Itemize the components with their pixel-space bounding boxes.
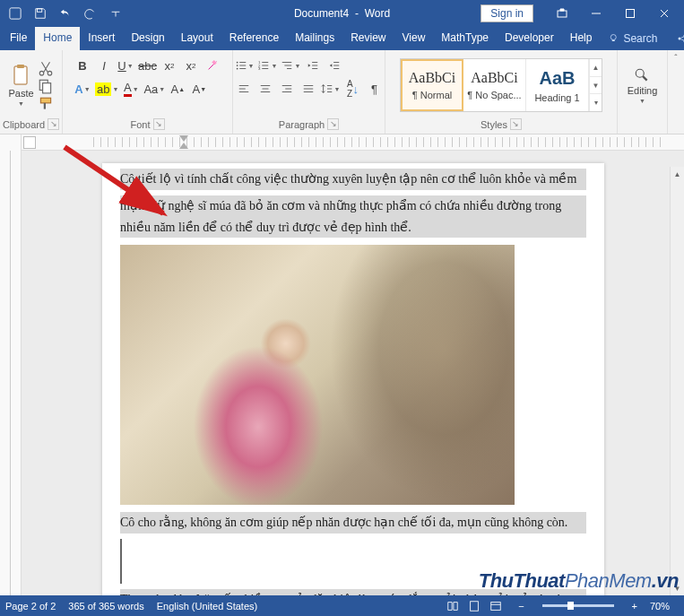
collapse-ribbon-button[interactable]: ˆ: [674, 54, 677, 64]
tab-selector[interactable]: [23, 136, 36, 149]
tab-mathtype[interactable]: MathType: [433, 27, 497, 50]
underline-button[interactable]: U▼: [116, 56, 135, 75]
print-layout-button[interactable]: [464, 598, 484, 614]
shrink-font-button[interactable]: A▼: [189, 79, 209, 99]
save-button[interactable]: [29, 2, 52, 25]
share-button[interactable]: Share: [666, 27, 684, 50]
tab-references[interactable]: Reference: [221, 27, 287, 50]
svg-rect-16: [42, 83, 50, 93]
superscript-button[interactable]: x2: [181, 56, 201, 75]
clear-formatting-button[interactable]: [203, 56, 222, 75]
numbering-button[interactable]: 123▼: [256, 56, 278, 75]
zoom-in-button[interactable]: +: [632, 601, 637, 612]
align-center-button[interactable]: [255, 79, 275, 99]
styles-label: Styles: [481, 119, 507, 130]
tell-me-search[interactable]: Search: [600, 27, 666, 50]
autosave-toggle[interactable]: [4, 2, 27, 25]
align-left-button[interactable]: [234, 79, 254, 99]
group-editing: Editing ▼: [618, 50, 668, 134]
quick-access-toolbar: [4, 2, 127, 25]
styles-launcher[interactable]: ↘: [510, 118, 522, 130]
document-image[interactable]: [120, 245, 515, 505]
font-color-button[interactable]: A▼: [121, 79, 141, 99]
doc-paragraph[interactable]: Cô tiết lộ vì tính chất công việc thường…: [120, 169, 586, 190]
svg-text:3: 3: [258, 66, 261, 71]
language-status[interactable]: English (United States): [157, 601, 258, 612]
line-spacing-button[interactable]: ▼: [320, 79, 342, 99]
strikethrough-button[interactable]: abc: [137, 56, 158, 75]
copy-button[interactable]: [38, 78, 54, 92]
subscript-button[interactable]: x2: [160, 56, 179, 75]
tab-home[interactable]: Home: [35, 27, 80, 50]
multilevel-list-button[interactable]: ▼: [280, 56, 301, 75]
first-line-indent-marker[interactable]: [179, 135, 188, 142]
style-no-spacing[interactable]: AaBbCi ¶ No Spac...: [463, 59, 526, 111]
tab-developer[interactable]: Developer: [497, 27, 562, 50]
doc-paragraph[interactable]: mại. Nữ nghệ sĩ múa đã bỏ ăn cơm và nhữn…: [120, 195, 586, 239]
document-page[interactable]: Cô tiết lộ vì tính chất công việc thường…: [102, 163, 604, 595]
ribbon-display-options[interactable]: [546, 0, 578, 27]
document-scroll-pane[interactable]: Cô tiết lộ vì tính chất công việc thường…: [22, 151, 684, 595]
tab-layout[interactable]: Layout: [173, 27, 221, 50]
grow-font-button[interactable]: A▲: [168, 79, 187, 99]
tab-view[interactable]: View: [394, 27, 434, 50]
watermark: ThuThuatPhanMem.vn: [479, 569, 679, 593]
vertical-ruler[interactable]: [0, 134, 22, 595]
editing-button[interactable]: Editing ▼: [628, 67, 658, 104]
group-clipboard: Paste▼ Clipboard↘: [0, 50, 63, 134]
maximize-button[interactable]: [614, 0, 646, 27]
zoom-slider[interactable]: [542, 604, 614, 607]
align-right-button[interactable]: [277, 79, 297, 99]
close-button[interactable]: [648, 0, 680, 27]
vertical-scrollbar[interactable]: ▲ ▼: [670, 167, 684, 595]
styles-gallery[interactable]: AaBbCi ¶ Normal AaBbCi ¶ No Spac... AaB …: [400, 58, 602, 112]
zoom-level[interactable]: 70%: [650, 601, 679, 612]
sort-button[interactable]: AZ↓: [342, 79, 362, 99]
tab-help[interactable]: Help: [562, 27, 601, 50]
web-layout-button[interactable]: [486, 598, 506, 614]
tab-review[interactable]: Review: [342, 27, 394, 50]
redo-button[interactable]: [79, 2, 102, 25]
text-effects-button[interactable]: A▼: [73, 79, 92, 99]
increase-indent-button[interactable]: [325, 56, 344, 75]
qat-customize[interactable]: [104, 2, 127, 25]
doc-paragraph[interactable]: Cô cho rằng, không ăn cơm giúp nếp nhăn …: [120, 512, 586, 534]
zoom-out-button[interactable]: −: [518, 601, 524, 612]
scroll-up-button[interactable]: ▲: [671, 167, 684, 181]
gallery-more[interactable]: ▾: [590, 94, 602, 111]
style-normal[interactable]: AaBbCi ¶ Normal: [401, 59, 463, 111]
style-heading-1[interactable]: AaB Heading 1: [526, 59, 589, 111]
svg-rect-18: [212, 60, 217, 65]
paragraph-launcher[interactable]: ↘: [327, 118, 339, 130]
paste-button[interactable]: Paste▼: [8, 65, 33, 107]
minimize-button[interactable]: [580, 0, 612, 27]
show-marks-button[interactable]: ¶: [364, 79, 384, 99]
tab-mailings[interactable]: Mailings: [287, 27, 342, 50]
italic-button[interactable]: I: [94, 56, 114, 75]
gallery-down[interactable]: ▼: [590, 77, 602, 95]
find-icon: [634, 67, 650, 83]
tab-insert[interactable]: Insert: [80, 27, 123, 50]
font-launcher[interactable]: ↘: [153, 118, 165, 130]
cut-button[interactable]: [38, 60, 54, 74]
bullets-button[interactable]: ▼: [234, 56, 255, 75]
page-number-status[interactable]: Page 2 of 2: [5, 601, 56, 612]
highlight-button[interactable]: ab▼: [94, 79, 119, 99]
undo-button[interactable]: [54, 2, 77, 25]
format-painter-button[interactable]: [38, 96, 54, 110]
change-case-button[interactable]: Aa▼: [143, 79, 166, 99]
gallery-up[interactable]: ▲: [590, 59, 602, 77]
read-mode-button[interactable]: [443, 598, 463, 614]
tab-file[interactable]: File: [2, 27, 35, 50]
word-count-status[interactable]: 365 of 365 words: [68, 601, 143, 612]
window-title: Document4 - Word: [294, 7, 390, 20]
svg-rect-58: [471, 601, 479, 611]
clipboard-launcher[interactable]: ↘: [48, 118, 59, 130]
horizontal-ruler[interactable]: [22, 134, 684, 151]
bold-button[interactable]: B: [73, 56, 92, 75]
decrease-indent-button[interactable]: [303, 56, 323, 75]
sign-in-button[interactable]: Sign in: [481, 4, 533, 22]
justify-button[interactable]: [299, 79, 318, 99]
hanging-indent-marker[interactable]: [179, 143, 188, 149]
tab-design[interactable]: Design: [123, 27, 172, 50]
